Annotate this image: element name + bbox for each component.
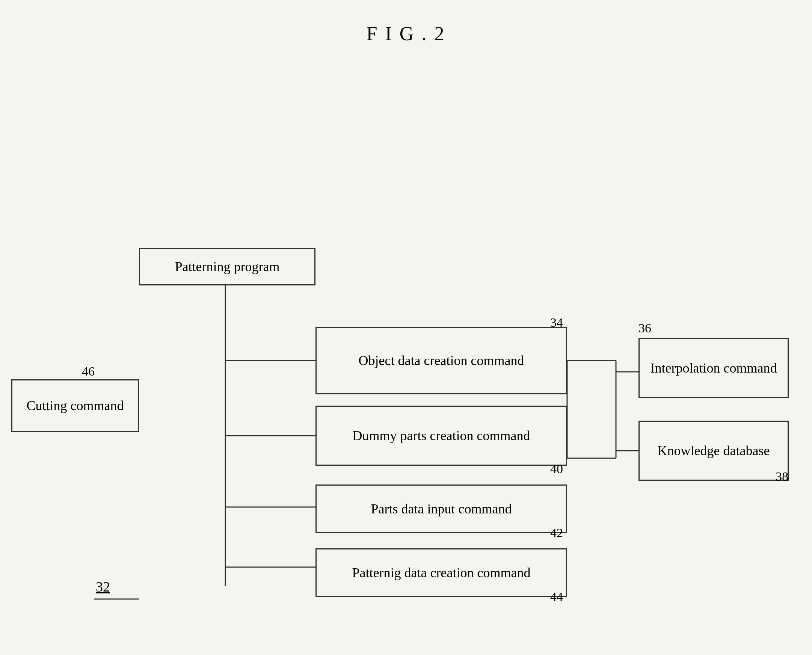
dummy-parts-box: Dummy parts creation command: [315, 406, 567, 466]
interpolation-box: Interpolation command: [638, 338, 789, 398]
label-34: 34: [550, 315, 563, 330]
label-46: 46: [82, 364, 95, 378]
interpolation-label: Interpolation command: [651, 360, 777, 377]
figure-title: F I G . 2: [366, 23, 446, 45]
object-data-creation-label: Object data creation command: [359, 352, 524, 369]
label-44: 44: [550, 590, 563, 604]
label-38: 38: [775, 469, 788, 484]
patterning-data-label: Patternig data creation command: [352, 564, 531, 582]
parts-data-input-box: Parts data input command: [315, 484, 567, 533]
label-40: 40: [550, 462, 563, 476]
patterning-program-label: Patterning program: [175, 258, 280, 276]
parts-data-input-label: Parts data input command: [371, 500, 512, 518]
knowledge-database-box: Knowledge database: [638, 421, 789, 481]
patterning-data-box: Patternig data creation command: [315, 548, 567, 597]
object-data-creation-box: Object data creation command: [315, 327, 567, 394]
label-42: 42: [550, 526, 563, 540]
cutting-command-label: Cutting command: [27, 397, 124, 415]
dummy-parts-label: Dummy parts creation command: [353, 427, 530, 445]
cutting-command-box: Cutting command: [11, 379, 139, 432]
knowledge-database-label: Knowledge database: [658, 442, 770, 460]
label-32: 32: [96, 578, 110, 595]
patterning-program-box: Patterning program: [139, 248, 315, 286]
label-36: 36: [638, 321, 651, 335]
